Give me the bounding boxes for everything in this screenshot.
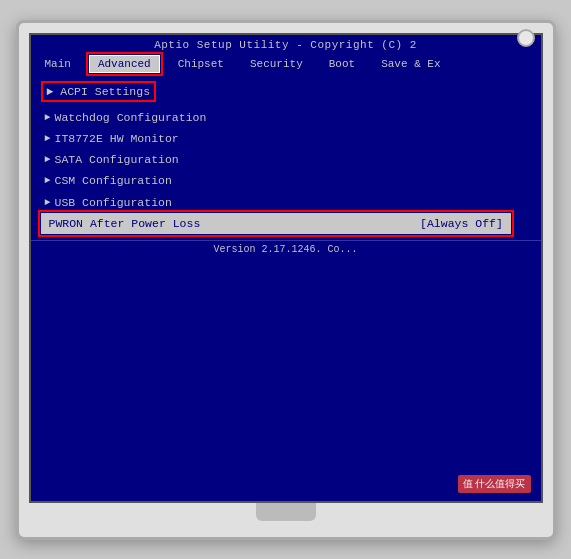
pwron-row[interactable]: PWRON After Power Loss [Always Off] — [41, 213, 511, 234]
acpi-settings-row[interactable]: ► ACPI Settings — [41, 81, 531, 104]
csm-label: CSM Configuration — [55, 172, 172, 189]
sata-arrow: ► — [45, 152, 51, 167]
usb-label: USB Configuration — [55, 194, 172, 211]
camera-icon — [517, 29, 535, 47]
monitor: Aptio Setup Utility - Copyright (C) 2 Ma… — [16, 20, 556, 540]
menu-item-hw-monitor[interactable]: ► IT8772E HW Monitor — [41, 128, 531, 149]
acpi-label: ACPI Settings — [60, 85, 150, 98]
bios-footer: Version 2.17.1246. Co... — [31, 240, 541, 257]
acpi-arrow: ► — [47, 85, 54, 98]
menu-item-csm[interactable]: ► CSM Configuration — [41, 170, 531, 191]
sata-label: SATA Configuration — [55, 151, 179, 168]
nav-main[interactable]: Main — [37, 56, 79, 72]
bios-version: Version 2.17.1246. Co... — [213, 244, 357, 255]
bios-screen: Aptio Setup Utility - Copyright (C) 2 Ma… — [29, 33, 543, 503]
menu-item-watchdog[interactable]: ► Watchdog Configuration — [41, 107, 531, 128]
pwron-value: [Always Off] — [420, 215, 503, 232]
acpi-box: ► ACPI Settings — [41, 81, 157, 102]
nav-advanced[interactable]: Advanced — [89, 55, 160, 73]
nav-security[interactable]: Security — [242, 56, 311, 72]
bios-nav: Main Advanced Chipset Security Boot Save… — [31, 53, 541, 75]
csm-arrow: ► — [45, 173, 51, 188]
usb-arrow: ► — [45, 195, 51, 210]
screen: Aptio Setup Utility - Copyright (C) 2 Ma… — [29, 33, 543, 503]
watermark: 值 什么值得买 — [458, 475, 531, 493]
watchdog-label: Watchdog Configuration — [55, 109, 207, 126]
bios-title: Aptio Setup Utility - Copyright (C) 2 — [154, 39, 417, 51]
hw-monitor-arrow: ► — [45, 131, 51, 146]
monitor-stand — [256, 503, 316, 521]
bios-title-bar: Aptio Setup Utility - Copyright (C) 2 — [31, 35, 541, 53]
nav-save-exit[interactable]: Save & Ex — [373, 56, 448, 72]
nav-boot[interactable]: Boot — [321, 56, 363, 72]
menu-item-sata[interactable]: ► SATA Configuration — [41, 149, 531, 170]
hw-monitor-label: IT8772E HW Monitor — [55, 130, 179, 147]
watchdog-arrow: ► — [45, 110, 51, 125]
pwron-label: PWRON After Power Loss — [49, 215, 201, 232]
nav-chipset[interactable]: Chipset — [170, 56, 232, 72]
menu-item-usb[interactable]: ► USB Configuration — [41, 192, 531, 213]
bios-content: ► ACPI Settings ► Watchdog Configuration… — [31, 75, 541, 241]
